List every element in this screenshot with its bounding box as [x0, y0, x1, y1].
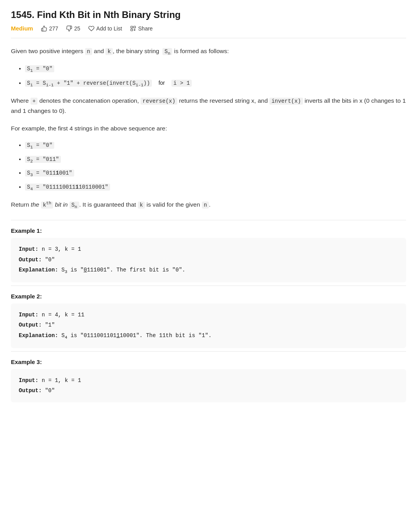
difficulty-badge: Medium: [11, 25, 33, 32]
example-2-output: Output: "1": [19, 320, 398, 330]
example-1-block: Input: n = 3, k = 1 Output: "0" Explanat…: [11, 238, 406, 282]
share-button[interactable]: Share: [130, 25, 153, 32]
thumbs-up-icon: [41, 25, 47, 32]
example-3-output: Output: "0": [19, 386, 398, 396]
share-label: Share: [138, 25, 153, 32]
divider-2: [11, 286, 406, 286]
example-1-section: Example 1: Input: n = 3, k = 1 Output: "…: [11, 220, 406, 282]
example-2-explanation: Explanation: S4 is "0111001101110001". T…: [19, 330, 398, 342]
n-var: n: [85, 48, 92, 55]
dislikes-count: 25: [74, 25, 80, 32]
thumbs-down-icon: [66, 25, 72, 32]
svg-rect-1: [134, 26, 135, 28]
meta-bar: Medium 277 25 Add to List Share: [11, 25, 406, 38]
example-3-input: Input: n = 1, k = 1: [19, 375, 398, 386]
problem-description: Given two positive integers n and k, the…: [11, 46, 406, 57]
share-icon: [130, 25, 136, 32]
svg-rect-0: [131, 26, 133, 28]
rules-list: S1 = "0" Si = Si-1 + "1" + reverse(inver…: [25, 64, 406, 89]
add-to-list-button[interactable]: Add to List: [88, 25, 122, 32]
example-intro: For example, the first 4 strings in the …: [11, 123, 406, 134]
dislikes-button[interactable]: 25: [66, 25, 80, 32]
heart-icon: [88, 25, 94, 32]
k-var: k: [105, 48, 112, 55]
rule-1: S1 = "0": [25, 64, 406, 75]
seq-3: S3 = "0111001": [25, 168, 406, 179]
example-3-block: Input: n = 1, k = 1 Output: "0": [11, 369, 406, 402]
sn-var: Sn: [162, 48, 172, 55]
example-2-block: Input: n = 4, k = 11 Output: "1" Explana…: [11, 303, 406, 348]
example-3-section: Example 3: Input: n = 1, k = 1 Output: "…: [11, 351, 406, 402]
rule-2: Si = Si-1 + "1" + reverse(invert(Si-1)) …: [25, 78, 406, 89]
add-to-list-label: Add to List: [96, 25, 122, 32]
divider-3: [11, 351, 406, 352]
example-2-label: Example 2:: [11, 293, 406, 300]
reverse-fn: reverse(x): [141, 98, 177, 105]
invert-fn: invert(x): [269, 98, 303, 105]
example-1-label: Example 1:: [11, 227, 406, 234]
sequence-list: S1 = "0" S2 = "011" S3 = "0111001" S4 = …: [25, 141, 406, 193]
example-2-input: Input: n = 4, k = 11: [19, 310, 398, 320]
example-3-label: Example 3:: [11, 359, 406, 365]
seq-4: S4 = "011110011110110001": [25, 182, 406, 193]
likes-button[interactable]: 277: [41, 25, 58, 32]
seq-1: S1 = "0": [25, 141, 406, 152]
return-statement: Return the kth bit in Sn. It is guarante…: [11, 200, 406, 211]
example-1-input: Input: n = 3, k = 1: [19, 244, 398, 255]
divider-1: [11, 220, 406, 220]
example-1-explanation: Explanation: S3 is "0111001". The first …: [19, 265, 398, 276]
problem-title: 1545. Find Kth Bit in Nth Binary String: [11, 9, 406, 20]
example-2-section: Example 2: Input: n = 4, k = 11 Output: …: [11, 286, 406, 348]
example-1-output: Output: "0": [19, 255, 398, 265]
where-explanation: Where + denotes the concatenation operat…: [11, 96, 406, 116]
svg-rect-2: [131, 29, 133, 31]
seq-2: S2 = "011": [25, 155, 406, 166]
likes-count: 277: [49, 25, 58, 32]
